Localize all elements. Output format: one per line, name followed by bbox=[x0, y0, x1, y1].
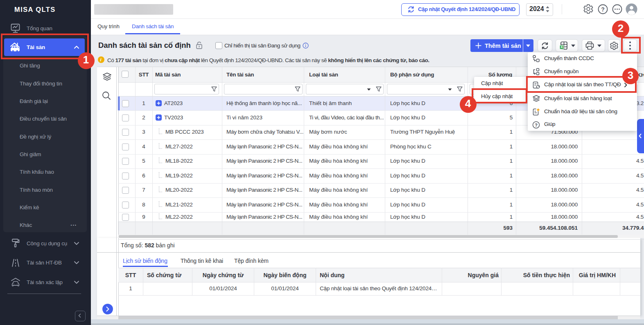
svg-text:X: X bbox=[560, 45, 563, 49]
svg-text:?: ? bbox=[601, 6, 605, 13]
svg-text:?: ? bbox=[535, 123, 538, 128]
